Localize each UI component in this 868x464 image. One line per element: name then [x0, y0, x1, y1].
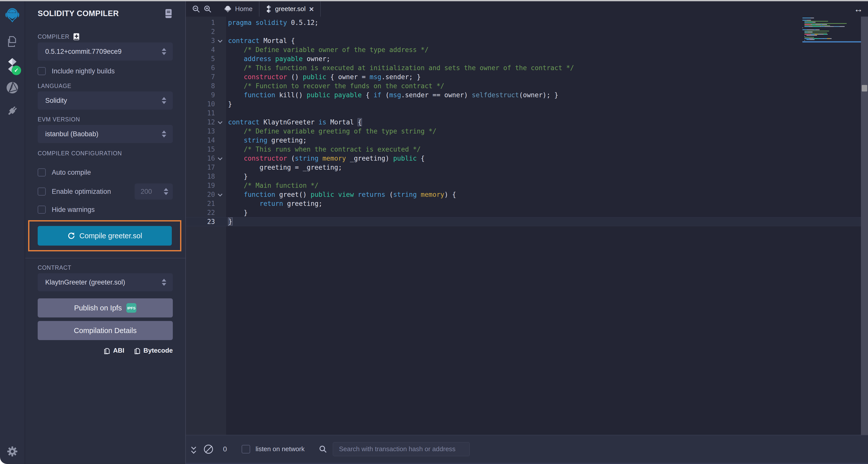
solidity-compiler-icon[interactable]: ✓	[7, 58, 18, 72]
code-line-14[interactable]: 14 string greeting;	[186, 136, 861, 145]
settings-gear-icon[interactable]	[6, 445, 18, 458]
compilation-details-label: Compilation Details	[74, 326, 136, 335]
home-logo-icon	[224, 5, 231, 13]
code-text: contract KlaytnGreeter is Mortal {	[226, 118, 362, 126]
copy-abi-button[interactable]: ABI	[103, 347, 124, 354]
code-text: }	[226, 100, 232, 108]
minimap-current-line	[802, 41, 861, 42]
code-editor[interactable]: 1pragma solidity 0.5.12;23contract Morta…	[186, 17, 868, 435]
minimap-line	[804, 36, 805, 37]
plugin-manager-icon[interactable]	[6, 104, 19, 117]
listen-on-network-checkbox[interactable]	[242, 445, 250, 454]
compile-button[interactable]: Compile greeter.sol	[38, 226, 172, 245]
minimap-line	[834, 26, 840, 27]
code-line-16[interactable]: 16 constructor (string memory _greeting)…	[186, 154, 861, 163]
hide-warnings-checkbox[interactable]	[38, 206, 46, 214]
line-number: 14	[186, 137, 215, 144]
code-line-20[interactable]: 20 function greet() public view returns …	[186, 190, 861, 199]
code-text: pragma solidity 0.5.12;	[226, 19, 318, 26]
code-line-11[interactable]: 11	[186, 109, 861, 118]
tab-close-icon[interactable]: ×	[309, 5, 314, 13]
code-text: function kill() public payable { if (msg…	[226, 91, 558, 99]
docs-book-icon[interactable]	[164, 9, 173, 18]
code-line-3[interactable]: 3contract Mortal {	[186, 36, 861, 45]
code-line-19[interactable]: 19 /* Main function */	[186, 181, 861, 190]
code-line-18[interactable]: 18 }	[186, 172, 861, 181]
code-line-4[interactable]: 4 /* Define variable owner of the type a…	[186, 45, 861, 54]
minimap-line	[806, 35, 817, 36]
tab-home[interactable]: Home	[217, 1, 259, 17]
copy-bytecode-button[interactable]: Bytecode	[134, 347, 173, 354]
copy-icon	[103, 347, 110, 354]
code-line-7[interactable]: 7 constructor () public { owner = msg.se…	[186, 72, 861, 82]
evm-version-label: EVM VERSION	[38, 116, 80, 123]
scrollbar-thumb[interactable]	[862, 85, 867, 91]
code-lines: 1pragma solidity 0.5.12;23contract Morta…	[186, 18, 861, 226]
app-logo-icon[interactable]	[4, 7, 21, 23]
minimap-line	[808, 32, 812, 32]
code-line-15[interactable]: 15 /* This runs when the contract is exe…	[186, 145, 861, 154]
zoom-out-icon[interactable]	[190, 5, 202, 13]
zoom-in-icon[interactable]	[202, 5, 214, 13]
tab-greeter-sol[interactable]: greeter.sol ×	[259, 1, 321, 17]
minimap-line	[804, 34, 810, 35]
refresh-icon	[67, 232, 75, 240]
klaytn-deploy-icon[interactable]	[6, 81, 19, 94]
code-line-12[interactable]: 12contract KlaytnGreeter is Mortal {	[186, 118, 861, 127]
code-line-13[interactable]: 13 /* Define variable greeting of the ty…	[186, 127, 861, 136]
add-compiler-icon[interactable]	[73, 33, 80, 40]
code-line-2[interactable]: 2	[186, 27, 861, 36]
contract-label: CONTRACT	[38, 264, 71, 271]
evm-version-select[interactable]: istanbul (Baobab)	[38, 125, 173, 143]
optimization-runs-input[interactable]: 200	[135, 183, 173, 200]
minimap-line	[810, 18, 814, 18]
code-line-21[interactable]: 21 return greeting;	[186, 199, 861, 208]
minimap-line	[804, 24, 810, 25]
compilation-details-button[interactable]: Compilation Details	[38, 321, 173, 340]
publish-ipfs-button[interactable]: Publish on Ipfs IPFS	[38, 298, 173, 317]
enable-optimization-label: Enable optimization	[52, 188, 111, 196]
line-number: 5	[186, 55, 215, 63]
nightly-builds-checkbox[interactable]	[38, 67, 46, 75]
listen-on-network-label: listen on network	[256, 445, 305, 453]
minimap-line	[814, 34, 818, 35]
contract-select[interactable]: KlaytnGreeter (greeter.sol)	[38, 273, 173, 291]
solidity-compiler-panel: SOLIDITY COMPILER COMPILER	[25, 1, 186, 464]
code-text: }	[226, 218, 232, 226]
expand-terminal-icon[interactable]	[192, 445, 195, 453]
fold-chevron-icon[interactable]	[215, 39, 226, 42]
code-line-8[interactable]: 8 /* Function to recover the funds on th…	[186, 82, 861, 90]
code-text: string greeting;	[226, 137, 307, 144]
code-line-10[interactable]: 10}	[186, 99, 861, 109]
minimap-line	[804, 32, 808, 32]
minimap-line	[804, 37, 814, 38]
resize-horizontal-icon[interactable]: ↔	[854, 4, 863, 14]
clear-console-icon[interactable]	[204, 445, 213, 454]
minimap-line	[819, 29, 819, 30]
editor-minimap[interactable]	[802, 18, 861, 63]
transaction-search-input[interactable]	[333, 442, 470, 456]
fold-chevron-icon[interactable]	[215, 157, 226, 160]
minimap-line	[809, 38, 813, 39]
transaction-count: 0	[223, 445, 227, 453]
compiler-version-select[interactable]: 0.5.12+commit.7709ece9	[38, 42, 173, 61]
editor-scrollbar[interactable]	[861, 17, 868, 435]
fold-chevron-icon[interactable]	[215, 193, 226, 196]
code-line-17[interactable]: 17 greeting = _greeting;	[186, 163, 861, 172]
code-line-9[interactable]: 9 function kill() public payable { if (m…	[186, 90, 861, 99]
enable-optimization-checkbox[interactable]	[38, 187, 46, 196]
minimap-line	[807, 20, 811, 21]
minimap-line	[830, 38, 832, 39]
code-line-1[interactable]: 1pragma solidity 0.5.12;	[186, 18, 861, 27]
auto-compile-checkbox[interactable]	[38, 168, 46, 176]
ipfs-badge: IPFS	[126, 303, 136, 313]
evm-version-value: istanbul (Baobab)	[45, 130, 162, 138]
editor-tab-bar: Home greeter.sol × ↔	[186, 1, 868, 17]
code-line-5[interactable]: 5 address payable owner;	[186, 54, 861, 63]
language-select[interactable]: Solidity	[38, 91, 173, 110]
code-line-22[interactable]: 22 }	[186, 208, 861, 217]
code-line-23[interactable]: 23}	[186, 217, 861, 226]
fold-chevron-icon[interactable]	[215, 121, 226, 124]
code-line-6[interactable]: 6 /* This function is executed at initia…	[186, 63, 861, 72]
file-explorer-icon[interactable]	[6, 35, 19, 48]
